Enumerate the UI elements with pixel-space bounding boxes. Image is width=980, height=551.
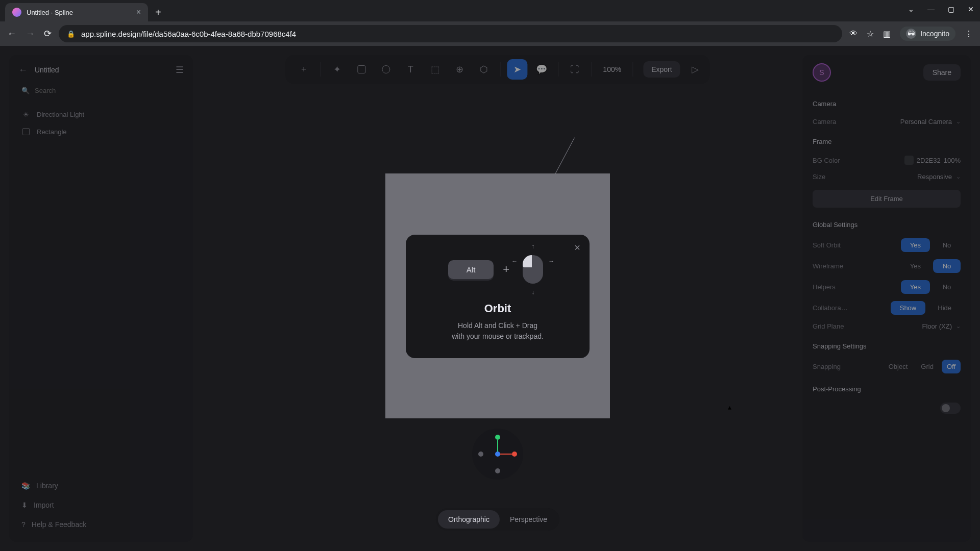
browser-menu-icon[interactable]: ⋮: [965, 29, 973, 39]
eye-off-icon[interactable]: 👁: [849, 29, 857, 38]
modal-close-button[interactable]: ×: [574, 242, 580, 254]
chevron-down-icon: ⌄: [956, 323, 961, 330]
browser-back-button[interactable]: ←: [7, 29, 16, 39]
soft-orbit-yes[interactable]: Yes: [901, 238, 930, 252]
library-label: Library: [36, 482, 58, 490]
spline-favicon: [12, 8, 21, 17]
search-input[interactable]: [35, 87, 181, 94]
avatar-letter: S: [819, 68, 824, 77]
bg-color-swatch[interactable]: [904, 156, 914, 165]
browser-forward-button[interactable]: →: [26, 29, 35, 39]
search-box[interactable]: 🔍: [18, 83, 184, 98]
size-label: Size: [813, 173, 855, 181]
wireframe-yes[interactable]: Yes: [901, 259, 930, 273]
ellipse-tool[interactable]: [376, 59, 396, 80]
incognito-label: Incognito: [920, 30, 949, 38]
grid-plane-value: Floor (XZ): [922, 322, 952, 330]
collab-hide[interactable]: Hide: [928, 301, 961, 315]
window-minimize-button[interactable]: —: [927, 5, 935, 13]
help-button[interactable]: ? Help & Feedback: [18, 516, 184, 533]
mouse-left-button-highlight: [523, 255, 532, 267]
collab-label: Collabora…: [813, 304, 848, 312]
orthographic-option[interactable]: Orthographic: [438, 510, 500, 529]
cube-tool[interactable]: ⬚: [425, 59, 445, 80]
snapping-object[interactable]: Object: [884, 360, 913, 373]
post-processing-title: Post-Processing: [813, 385, 961, 393]
help-icon: ?: [21, 520, 26, 529]
back-button[interactable]: ←: [18, 65, 28, 76]
incognito-badge: 🕶 Incognito: [900, 27, 955, 41]
tab-close-icon[interactable]: ×: [136, 8, 141, 17]
left-panel: ← Untitled ☰ 🔍 ☀ Directional Light Recta…: [9, 55, 193, 542]
plus-icon: +: [503, 263, 509, 276]
wireframe-label: Wireframe: [813, 262, 843, 270]
soft-orbit-no[interactable]: No: [933, 238, 961, 252]
axis-neg-handle[interactable]: [478, 452, 483, 457]
canvas-area[interactable]: + ✦ T ⬚ ⊕ ⬡ ➤ 💬 ⛶ 100% Export ▷ × Al: [193, 46, 802, 551]
arrow-right-icon: →: [548, 258, 554, 265]
modal-title: Orbit: [420, 302, 575, 315]
hierarchy-item-rectangle[interactable]: Rectangle: [18, 123, 184, 140]
ai-tool[interactable]: ✦: [327, 59, 347, 80]
browser-reload-button[interactable]: ⟳: [44, 28, 52, 39]
bookmark-icon[interactable]: ☆: [867, 29, 874, 39]
size-dropdown[interactable]: Responsive ⌄: [855, 173, 961, 181]
share-button[interactable]: Share: [923, 64, 961, 81]
helpers-yes[interactable]: Yes: [901, 280, 930, 294]
import-icon: ⬇: [21, 501, 28, 509]
snapping-off[interactable]: Off: [942, 360, 961, 373]
bg-color-opacity[interactable]: 100%: [944, 157, 961, 164]
text-tool[interactable]: T: [400, 59, 421, 80]
helpers-no[interactable]: No: [933, 280, 961, 294]
wireframe-no[interactable]: No: [933, 259, 961, 273]
cursor-tool[interactable]: ➤: [507, 59, 527, 80]
export-button[interactable]: Export: [643, 61, 680, 78]
hierarchy-list: ☀ Directional Light Rectangle: [18, 106, 184, 478]
cursor-icon: ▴: [728, 403, 731, 411]
chevron-down-icon: ⌄: [956, 118, 961, 125]
grid-plane-dropdown[interactable]: Floor (XZ) ⌄: [855, 322, 961, 330]
light-icon: ☀: [21, 110, 31, 119]
lock-icon: 🔒: [67, 30, 75, 38]
mouse-illustration: ↑ ↓ ← →: [519, 249, 547, 290]
window-close-button[interactable]: ✕: [968, 5, 974, 13]
address-bar[interactable]: 🔒 app.spline.design/file/da56a0aa-6c0b-4…: [59, 25, 842, 42]
collab-show[interactable]: Show: [891, 301, 926, 315]
hierarchy-item-light[interactable]: ☀ Directional Light: [18, 106, 184, 123]
import-button[interactable]: ⬇ Import: [18, 497, 184, 513]
axis-y-handle[interactable]: [495, 435, 500, 440]
user-avatar[interactable]: S: [813, 63, 831, 82]
comment-tool[interactable]: 💬: [531, 59, 552, 80]
library-button[interactable]: 📚 Library: [18, 478, 184, 494]
camera-dropdown[interactable]: Personal Camera ⌄: [855, 118, 961, 126]
sphere-tool[interactable]: ⊕: [449, 59, 470, 80]
menu-icon[interactable]: ☰: [176, 64, 184, 76]
browser-chrome: Untitled · Spline × + ⌄ — ▢ ✕ ← → ⟳ 🔒 ap…: [0, 0, 980, 46]
import-label: Import: [34, 501, 54, 509]
window-maximize-button[interactable]: ▢: [948, 5, 954, 13]
camera-label: Camera: [813, 118, 855, 126]
perspective-option[interactable]: Perspective: [500, 510, 557, 529]
reading-list-icon[interactable]: ▥: [883, 29, 891, 39]
play-button[interactable]: ▷: [689, 64, 702, 75]
new-tab-button[interactable]: +: [155, 7, 161, 18]
view-mode-toggle: Orthographic Perspective: [436, 508, 559, 531]
zoom-level[interactable]: 100%: [598, 65, 626, 73]
orbit-tooltip-modal: × Alt + ↑ ↓ ← → Orbit Hold Alt and Click…: [406, 235, 590, 358]
axis-gizmo[interactable]: [472, 429, 523, 480]
tag-tool[interactable]: ⬡: [474, 59, 494, 80]
post-processing-switch[interactable]: [940, 403, 961, 414]
export-image-tool[interactable]: ⛶: [565, 59, 585, 80]
add-tool[interactable]: +: [293, 59, 314, 80]
edit-frame-button[interactable]: Edit Frame: [813, 190, 961, 208]
axis-x-handle[interactable]: [512, 452, 517, 457]
document-title[interactable]: Untitled: [35, 66, 168, 74]
browser-tab[interactable]: Untitled · Spline ×: [5, 3, 148, 21]
bg-color-hex[interactable]: 2D2E32: [917, 157, 941, 164]
axis-neg-handle[interactable]: [495, 468, 500, 473]
grid-plane-label: Grid Plane: [813, 322, 855, 330]
snapping-grid[interactable]: Grid: [916, 360, 939, 373]
rectangle-tool[interactable]: [351, 59, 372, 80]
axis-z-handle[interactable]: [495, 452, 500, 457]
tab-search-icon[interactable]: ⌄: [908, 5, 914, 13]
